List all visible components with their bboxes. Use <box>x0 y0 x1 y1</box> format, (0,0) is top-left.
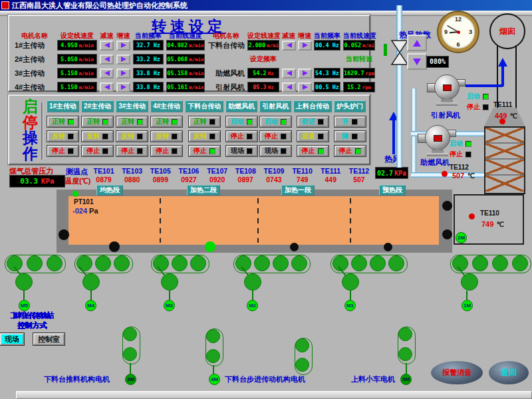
backward-button[interactable]: 后退 <box>297 131 329 142</box>
valve-open-button[interactable] <box>407 35 427 51</box>
column-header-button[interactable]: 助燃风机 <box>225 100 257 112</box>
alarm-mute-button[interactable]: 报警消音 <box>431 361 483 384</box>
column-header-button[interactable]: 4#主传动 <box>150 100 183 112</box>
tag: TE111 <box>321 167 340 175</box>
stop-button[interactable]: 停止 <box>334 146 366 156</box>
led-indicator <box>102 148 108 154</box>
stop-button[interactable]: 停止 <box>82 146 113 156</box>
forward-button[interactable]: 正转 <box>189 116 220 127</box>
stop-button[interactable]: 停止 <box>260 131 291 142</box>
local-button[interactable]: 现场 <box>260 146 291 156</box>
decrease-button[interactable] <box>282 68 296 78</box>
set-speed-value: 4.950 <box>61 42 78 49</box>
decrease-button[interactable] <box>282 82 296 92</box>
decrease-button[interactable] <box>100 68 114 78</box>
value: 0899 <box>153 176 168 184</box>
led-indicator <box>355 148 361 154</box>
stop-button[interactable]: 停止 <box>116 146 148 156</box>
set-speed-display: 5.050m/min <box>57 54 97 65</box>
led-indicator <box>102 134 108 140</box>
column-header-button[interactable]: 炉头炉门 <box>334 100 366 112</box>
increase-button[interactable] <box>298 82 312 92</box>
pulley <box>295 338 309 352</box>
column-header-button[interactable]: 3#主传动 <box>116 100 148 112</box>
forward-button[interactable]: 前进 <box>297 116 329 127</box>
decrease-button[interactable] <box>100 41 114 51</box>
roller <box>273 255 289 271</box>
unit: m/min <box>79 84 94 90</box>
flue-line <box>466 84 503 87</box>
col-header: 电机名称 <box>15 31 55 41</box>
forward-button[interactable]: 正转 <box>82 116 113 127</box>
col-header: 当前线速度 <box>166 31 205 41</box>
reverse-button[interactable]: 反转 <box>116 131 148 142</box>
led-indicator <box>68 134 74 140</box>
increase-button[interactable] <box>116 55 130 65</box>
start-button[interactable]: 启动 <box>226 116 257 127</box>
local-mode-button[interactable]: 现场 <box>0 333 24 345</box>
hot-air-pressure-value: 02.7 <box>377 170 393 177</box>
ejector-fan-icon[interactable] <box>427 74 466 106</box>
unit: Hz <box>268 70 274 76</box>
forward-button[interactable]: 正转 <box>116 116 148 127</box>
stop-button[interactable]: 停止 <box>151 146 182 156</box>
control-column-load-table: 上料台传动 前进 后退 停止 <box>293 100 332 156</box>
reverse-button[interactable]: 反转 <box>47 131 78 142</box>
decrease-button[interactable] <box>282 41 296 51</box>
forward-button[interactable]: 正转 <box>47 116 78 127</box>
rpm-value: 1629.7 <box>344 70 364 76</box>
decrease-button[interactable] <box>100 55 114 65</box>
drive-wheel <box>461 273 478 291</box>
column-header-button[interactable]: 1#主传动 <box>47 100 79 112</box>
column-header-button[interactable]: 上料台传动 <box>293 100 332 112</box>
motor-name: 3#主传动 <box>15 68 55 78</box>
clock-number: 12 <box>455 16 462 23</box>
stop-button[interactable]: 停止 <box>189 146 220 156</box>
reverse-button[interactable]: 反转 <box>151 131 182 142</box>
col-header: 减速 <box>282 31 295 41</box>
stop-button[interactable]: 停止 <box>226 131 257 142</box>
raise-button[interactable]: 升 <box>334 116 366 127</box>
increase-button[interactable] <box>116 41 130 51</box>
button-label: 反转 <box>121 132 134 141</box>
te110-dot <box>469 213 475 219</box>
stop-button[interactable]: 停止 <box>297 146 329 156</box>
column-header-button[interactable]: 下料台传动 <box>185 100 223 112</box>
back-label: 返回 <box>501 367 517 378</box>
unit: m/min <box>79 57 94 63</box>
increase-button[interactable] <box>298 68 312 78</box>
start-button[interactable]: 启动 <box>260 116 291 127</box>
unit: m/min <box>189 70 204 76</box>
right-arrow-icon <box>303 84 308 90</box>
increase-button[interactable] <box>116 68 130 78</box>
col-header: 电机名称 <box>207 31 245 41</box>
led-indicator <box>137 148 143 154</box>
set-frequency-header: 设定频率 <box>247 55 279 64</box>
panel-title-vertical: 启 停 操 作 <box>23 99 38 162</box>
stop-label: 停止 <box>450 150 463 159</box>
increase-button[interactable] <box>116 82 130 92</box>
reverse-button[interactable]: 反转 <box>189 131 220 142</box>
roller <box>388 255 404 271</box>
current-frequency-display: 33.8 Hz <box>133 82 164 92</box>
decrease-button[interactable] <box>100 82 114 92</box>
column-header-button[interactable]: 引射风机 <box>259 100 291 112</box>
valve-close-button[interactable] <box>407 53 427 70</box>
zone-divider <box>350 198 351 243</box>
unit: KPa <box>394 170 406 177</box>
combustion-start-row: 启动 <box>450 139 471 148</box>
local-button[interactable]: 现场 <box>226 146 257 156</box>
reverse-button[interactable]: 反转 <box>82 131 113 142</box>
column-header-button[interactable]: 2#主传动 <box>81 100 114 112</box>
forward-button[interactable]: 正转 <box>151 116 182 127</box>
unit: ℃ <box>467 172 475 180</box>
current-rpm-display: 1629.7rpm <box>343 68 375 78</box>
frequency-value: 54.3 Hz <box>315 70 339 76</box>
stop-button[interactable]: 停止 <box>47 146 78 156</box>
increase-button[interactable] <box>298 41 312 51</box>
control-room-button[interactable]: 控制室 <box>33 333 65 345</box>
back-button[interactable]: 返回 <box>489 361 529 384</box>
current-speed-display: 05.158m/min <box>166 68 205 78</box>
tag: TE110 <box>292 167 312 175</box>
lower-button[interactable]: 降 <box>334 131 366 142</box>
